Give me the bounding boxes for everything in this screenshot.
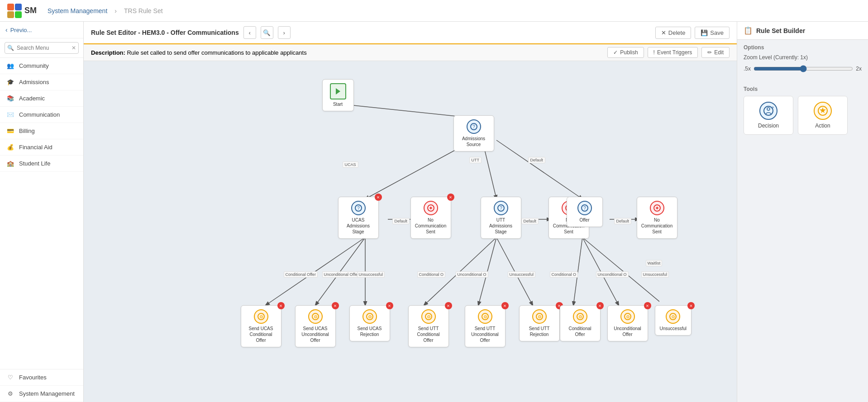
ruleset-header-left: Rule Set Editor - HEM3.0 - Offer Communi…	[91, 26, 291, 39]
financial-aid-icon: 💰	[6, 144, 14, 151]
send-utt-unconditional-delete[interactable]	[501, 302, 509, 309]
decision-tool[interactable]: ? Decision	[744, 96, 793, 135]
sidebar-item-billing[interactable]: 💳 Billing	[0, 123, 83, 139]
search-input[interactable]	[5, 42, 79, 54]
send-ucas-rejection-delete[interactable]	[386, 302, 393, 309]
publish-button[interactable]: ✓ Publish	[607, 47, 644, 58]
node-send-utt-unconditional[interactable]: ⚙ Send UTT Unconditional Offer	[465, 305, 506, 347]
clear-search-icon[interactable]: ✕	[72, 45, 76, 51]
communication-icon: ✉️	[6, 111, 14, 118]
edit-button[interactable]: ✏ Edit	[701, 47, 730, 58]
logo-text: SM	[24, 6, 37, 15]
edge-label-default-4: Default	[614, 217, 632, 224]
node-send-utt-conditional[interactable]: ⚙ Send UTT Conditional Offer	[408, 305, 449, 347]
sidebar-item-favourites[interactable]: ♡ Favourites	[0, 369, 83, 386]
node-admissions-source[interactable]: ? Admissions Source	[453, 115, 494, 151]
svg-text:⚙: ⚙	[313, 314, 317, 319]
node-ucas-admissions-stage[interactable]: ? UCAS Admissions Stage	[338, 197, 379, 239]
sidebar-item-financial-aid[interactable]: 💰 Financial Aid	[0, 139, 83, 156]
svg-text:?: ?	[357, 206, 360, 211]
conditional-offer-label: Conditional Offer	[565, 326, 596, 337]
save-button[interactable]: 💾 Save	[695, 27, 730, 39]
node-conditional-offer[interactable]: ⚙ Conditional Offer	[560, 305, 601, 341]
svg-text:⚙: ⚙	[483, 314, 487, 319]
conditional-offer-delete[interactable]	[596, 302, 604, 309]
sidebar-item-communication[interactable]: ✉️ Communication	[0, 107, 83, 123]
exclamation-icon: !	[653, 49, 655, 56]
no-comm-sent-offer-label: No Communication Sent	[641, 217, 672, 235]
academic-icon: 📚	[6, 95, 14, 102]
sidebar-item-label: System Management	[19, 390, 75, 397]
sidebar-item-academic[interactable]: 📚 Academic	[0, 90, 83, 107]
edge-label-conditional-utt: Conditional O	[417, 271, 446, 278]
zoom-slider[interactable]	[754, 65, 853, 72]
sidebar-item-community[interactable]: 👥 Community	[0, 58, 83, 74]
sidebar-back-button[interactable]: ‹ Previo...	[0, 22, 83, 38]
zoom-max-label: 2x	[856, 66, 862, 72]
nav-next-button[interactable]: ›	[278, 26, 291, 39]
student-life-icon: 🏫	[6, 160, 14, 167]
svg-text:?: ?	[472, 124, 475, 129]
start-icon	[330, 83, 346, 99]
node-no-comm-sent-ucas[interactable]: No Communication Sent	[410, 197, 451, 239]
sidebar-back-label: Previo...	[10, 27, 32, 33]
event-triggers-label: Event Triggers	[657, 49, 692, 56]
svg-text:?: ?	[583, 206, 586, 211]
sidebar-item-label: Billing	[19, 128, 35, 134]
edge-label-conditional-offer: Conditional O	[550, 271, 578, 278]
unsuccessful-label: Unsuccessful	[660, 326, 687, 331]
sidebar-item-system-management[interactable]: ⚙ System Management	[0, 386, 83, 402]
action-tool-icon	[814, 102, 832, 120]
edge-label-default-3: Default	[521, 217, 539, 224]
node-send-ucas-conditional[interactable]: ⚙ Send UCAS Conditional Offer	[241, 305, 281, 347]
no-comm-sent-ucas-delete[interactable]	[447, 194, 454, 201]
action-tool[interactable]: Action	[798, 96, 848, 135]
send-ucas-conditional-delete[interactable]	[277, 302, 285, 309]
edge-label-waitlist: Waitlist	[646, 260, 663, 266]
sidebar-item-student-life[interactable]: 🏫 Student Life	[0, 156, 83, 172]
svg-text:?: ?	[500, 206, 502, 211]
sidebar-bottom: ♡ Favourites ⚙ System Management	[0, 369, 83, 402]
nav-zoom-button[interactable]: 🔍	[261, 26, 273, 39]
svg-line-3	[496, 140, 582, 199]
billing-icon: 💳	[6, 128, 14, 134]
send-ucas-conditional-label: Send UCAS Conditional Offer	[246, 326, 277, 343]
right-panel: 📋 Rule Set Builder Options Zoom Level (C…	[737, 22, 868, 402]
nav-prev-button[interactable]: ‹	[243, 26, 256, 39]
start-label: Start	[333, 101, 343, 107]
node-no-comm-sent-offer[interactable]: No Communication Sent	[637, 197, 677, 239]
sidebar-item-label: Academic	[19, 95, 45, 102]
panel-header: 📋 Rule Set Builder	[737, 22, 868, 40]
node-send-utt-rejection[interactable]: ⚙ Send UTT Rejection	[519, 305, 560, 341]
panel-options-section: Options Zoom Level (Currently: 1x) .5x 2…	[737, 40, 868, 81]
save-icon: 💾	[701, 29, 708, 36]
tools-row: ? Decision Action	[744, 96, 862, 135]
zoom-label: Zoom Level (Currently: 1x)	[744, 54, 808, 61]
node-offer[interactable]: ? Offer	[567, 197, 603, 227]
logo: SM	[7, 4, 37, 18]
node-unconditional-offer[interactable]: ⚙ Unconditional Offer	[607, 305, 648, 341]
node-send-ucas-rejection[interactable]: ⚙ Send UCAS Rejection	[349, 305, 390, 341]
ucas-admissions-stage-delete[interactable]	[375, 194, 382, 201]
event-triggers-button[interactable]: ! Event Triggers	[648, 47, 698, 58]
node-start[interactable]: Start	[322, 79, 354, 111]
send-utt-conditional-delete[interactable]	[445, 302, 452, 309]
unsuccessful-delete[interactable]	[687, 302, 695, 309]
check-icon: ✓	[613, 49, 618, 56]
logo-grid	[7, 4, 22, 18]
sidebar-item-label: Financial Aid	[19, 144, 52, 151]
edit-label: Edit	[714, 49, 724, 56]
node-utt-admissions-stage[interactable]: ? UTT Admissions Stage	[481, 197, 521, 239]
top-bar: SM System Management › TRS Rule Set	[0, 0, 868, 22]
sidebar-item-admissions[interactable]: 🎓 Admissions	[0, 74, 83, 90]
node-unsuccessful[interactable]: ⚙ Unsuccessful	[655, 305, 692, 336]
admissions-icon: 🎓	[6, 79, 14, 85]
node-send-ucas-unconditional[interactable]: ⚙ Send UCAS Unconditional Offer	[295, 305, 336, 347]
unconditional-offer-delete[interactable]	[644, 302, 651, 309]
send-ucas-unconditional-delete[interactable]	[332, 302, 339, 309]
svg-text:⚙: ⚙	[625, 314, 630, 319]
delete-button[interactable]: ✕ Delete	[655, 27, 692, 39]
canvas-area[interactable]: UCAS UTT Default Default Default Default	[84, 61, 737, 402]
breadcrumb-parent[interactable]: System Management	[48, 7, 107, 14]
utt-admissions-stage-label: UTT Admissions Stage	[486, 217, 516, 235]
